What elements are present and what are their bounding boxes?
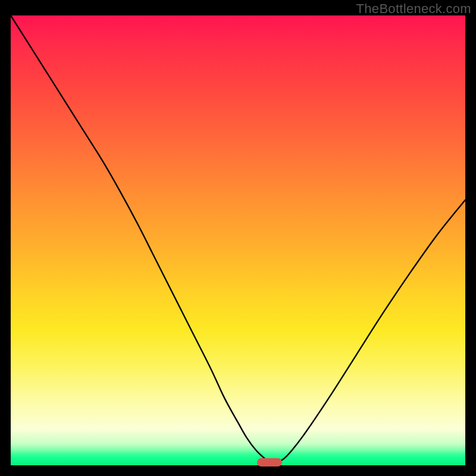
minimum-marker (257, 458, 282, 466)
plot-area (11, 15, 465, 465)
chart-frame: TheBottleneck.com (0, 0, 476, 476)
bottleneck-curve (11, 15, 465, 465)
watermark-label: TheBottleneck.com (356, 1, 471, 17)
